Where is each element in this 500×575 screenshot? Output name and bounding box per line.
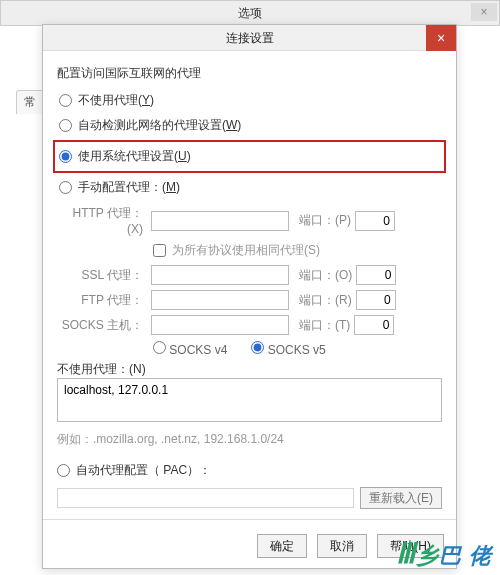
http-label: HTTP 代理：(X) <box>57 205 147 236</box>
radio-pac[interactable]: 自动代理配置（ PAC）： <box>57 458 442 483</box>
radio-no-proxy[interactable]: 不使用代理(Y) <box>57 88 442 113</box>
http-port-input[interactable] <box>355 211 395 231</box>
pac-row: 重新载入(E) <box>57 487 442 509</box>
ftp-proxy-row: FTP 代理： 端口：(R) <box>57 290 442 310</box>
dialog-content: 配置访问国际互联网的代理 不使用代理(Y) 自动检测此网络的代理设置(W) 使用… <box>43 51 456 526</box>
ftp-host-input[interactable] <box>151 290 289 310</box>
section-heading: 配置访问国际互联网的代理 <box>57 65 442 82</box>
connection-settings-dialog: 连接设置 × 配置访问国际互联网的代理 不使用代理(Y) 自动检测此网络的代理设… <box>42 24 457 569</box>
dialog-footer: 确定 取消 帮助(H) <box>43 526 456 568</box>
pac-url-input[interactable] <box>57 488 354 508</box>
dialog-title: 连接设置 <box>226 31 274 45</box>
ok-button[interactable]: 确定 <box>257 534 307 558</box>
ssl-host-input[interactable] <box>151 265 289 285</box>
radio-auto-detect-input[interactable] <box>59 119 72 132</box>
highlight-box: 使用系统代理设置(U) <box>53 140 446 173</box>
socks-port-label: 端口：(T) <box>299 317 350 334</box>
socks-v5-radio[interactable]: SOCKS v5 <box>251 341 325 357</box>
radio-pac-input[interactable] <box>57 464 70 477</box>
socks-v4-radio[interactable]: SOCKS v4 <box>153 341 227 357</box>
tab-stub[interactable]: 常 <box>16 90 44 114</box>
ftp-port-input[interactable] <box>356 290 396 310</box>
radio-auto-detect[interactable]: 自动检测此网络的代理设置(W) <box>57 113 442 138</box>
http-port-label: 端口：(P) <box>299 212 351 229</box>
options-titlebar: 选项 × <box>1 1 499 25</box>
socks-proxy-row: SOCKS 主机： 端口：(T) <box>57 315 442 335</box>
options-window: 选项 × <box>0 0 500 26</box>
socks-host-input[interactable] <box>151 315 289 335</box>
ssl-port-label: 端口：(O) <box>299 267 352 284</box>
socks-label: SOCKS 主机： <box>57 317 147 334</box>
dialog-titlebar: 连接设置 × <box>43 25 456 51</box>
radio-system-proxy[interactable]: 使用系统代理设置(U) <box>59 148 440 165</box>
options-close-button[interactable]: × <box>471 3 497 21</box>
reload-button[interactable]: 重新载入(E) <box>360 487 442 509</box>
radio-no-proxy-input[interactable] <box>59 94 72 107</box>
http-host-input[interactable] <box>151 211 289 231</box>
separator <box>43 519 456 520</box>
http-proxy-row: HTTP 代理：(X) 端口：(P) <box>57 205 442 236</box>
watermark: Ⅲ乡巴 佬 <box>396 537 492 571</box>
socks-version-row: SOCKS v4 SOCKS v5 <box>153 341 442 357</box>
close-button[interactable]: × <box>426 25 456 51</box>
options-title: 选项 <box>238 6 262 20</box>
same-proxy-checkbox[interactable] <box>153 244 166 257</box>
radio-manual-proxy[interactable]: 手动配置代理：(M) <box>57 175 442 200</box>
radio-system-proxy-input[interactable] <box>59 150 72 163</box>
radio-manual-proxy-input[interactable] <box>59 181 72 194</box>
cancel-button[interactable]: 取消 <box>317 534 367 558</box>
ssl-port-input[interactable] <box>356 265 396 285</box>
ssl-proxy-row: SSL 代理： 端口：(O) <box>57 265 442 285</box>
ftp-port-label: 端口：(R) <box>299 292 352 309</box>
ftp-label: FTP 代理： <box>57 292 147 309</box>
no-proxy-textarea[interactable] <box>57 378 442 422</box>
same-proxy-checkbox-row[interactable]: 为所有协议使用相同代理(S) <box>153 242 442 259</box>
no-proxy-section: 不使用代理：(N) 例如：.mozilla.org, .net.nz, 192.… <box>57 361 442 448</box>
no-proxy-example: 例如：.mozilla.org, .net.nz, 192.168.1.0/24 <box>57 431 442 448</box>
no-proxy-label: 不使用代理：(N) <box>57 361 442 378</box>
socks-port-input[interactable] <box>354 315 394 335</box>
ssl-label: SSL 代理： <box>57 267 147 284</box>
